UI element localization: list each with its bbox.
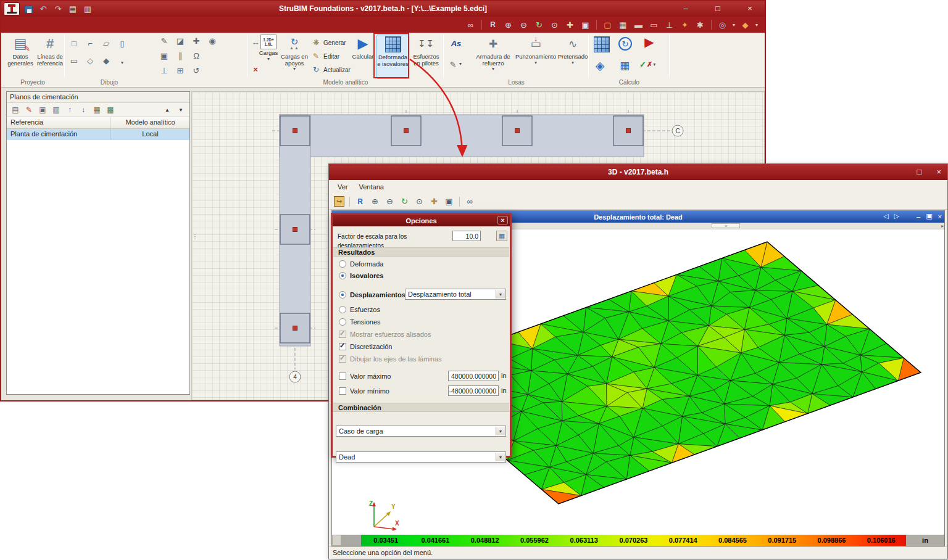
full-view-icon[interactable]: ▣ <box>578 19 592 31</box>
prev-combination-icon[interactable]: ◁ <box>883 212 888 220</box>
dropdown-icon[interactable]: ▾ <box>267 57 270 62</box>
checkbox-icon[interactable] <box>339 387 346 395</box>
move-icon[interactable]: ✚ <box>189 34 204 47</box>
scale-table-icon[interactable]: ▦ <box>496 231 507 241</box>
checkbox-icon[interactable] <box>339 373 346 380</box>
layers-dropdown-icon[interactable]: ▾ <box>754 19 760 31</box>
turn-icon[interactable]: ↺ <box>189 64 204 77</box>
collapse-up-icon[interactable]: ▲ <box>161 104 173 116</box>
scale-icon[interactable]: Ω <box>189 49 204 62</box>
close-button[interactable]: × <box>936 167 941 176</box>
draw-poly-icon[interactable]: ◇ <box>83 54 98 67</box>
zoom-window-icon[interactable]: ⊕ <box>501 19 515 31</box>
minimize-button[interactable]: – <box>680 4 692 13</box>
save-icon[interactable] <box>22 3 35 15</box>
find-icon[interactable]: ∞ <box>463 195 477 208</box>
draw-rect-icon[interactable]: ▭ <box>67 54 81 67</box>
move-up-icon[interactable]: ↑ <box>64 104 76 116</box>
main-titlebar[interactable]: ↶ ↷ ▤ ▥ <box>1 1 765 17</box>
ribbon-cargas-en-apoyos[interactable]: ↻ ▲▲ Cargas en apoyos ▾ <box>280 35 309 79</box>
full-view-icon[interactable]: ▣ <box>442 195 456 208</box>
zoom-icon[interactable]: ⊙ <box>412 195 426 208</box>
redo-icon[interactable]: ↷ <box>52 3 64 15</box>
3d-titlebar[interactable]: 3D - v2017.beta.h <box>329 164 947 180</box>
table-row[interactable]: Planta de cimentación Local <box>7 129 189 140</box>
zoom-icon[interactable]: ⊙ <box>547 19 562 31</box>
ribbon-datos-generales[interactable]: ▤ ✎ Datos generales <box>6 35 35 79</box>
dialog-close-button[interactable]: × <box>497 216 508 224</box>
check-alisados[interactable]: ✓ Mostrar esfuerzos alisados <box>339 330 431 339</box>
mdi-minimize-button[interactable]: – <box>917 213 920 220</box>
views-dropdown-icon[interactable]: ▾ <box>731 19 737 31</box>
desplazamiento-select[interactable]: Desplazamiento total ▾ <box>405 289 506 300</box>
radio-icon[interactable] <box>339 272 346 279</box>
print-plane-icon[interactable]: ▥ <box>50 104 62 116</box>
dropdown-icon[interactable]: ▾ <box>492 67 494 72</box>
new-plane-icon[interactable]: ▤ <box>9 104 22 116</box>
draw-dropdown-icon[interactable]: ▾ <box>115 56 130 70</box>
trim-icon[interactable]: ⊞ <box>173 64 188 77</box>
check-results-button[interactable]: ✓ ✗ ▾ <box>639 60 655 69</box>
redraw-icon[interactable]: R <box>486 19 500 31</box>
check-valor-minimo[interactable]: Valor mínimo <box>339 387 389 395</box>
ribbon-calcular[interactable]: ▶ Calcular <box>350 35 376 79</box>
ribbon-esfuerzos-pilotes[interactable]: ↧↧ Esfuerzos en pilotes <box>410 35 442 79</box>
orbit-icon[interactable]: ↻ <box>532 19 546 31</box>
radio-isovalores[interactable]: Isovalores <box>339 271 383 280</box>
draw-solid-icon[interactable]: ◆ <box>99 54 114 67</box>
eraser-icon[interactable]: ◪ <box>173 34 188 47</box>
ribbon-generar[interactable]: ❋ Generar <box>311 36 346 49</box>
copy-icon[interactable]: ▣ <box>157 49 172 62</box>
print-icon[interactable]: ▤ <box>67 3 79 15</box>
scroll-right-icon[interactable]: ▸ <box>941 223 944 229</box>
rotate-icon[interactable]: ◉ <box>205 34 220 47</box>
check-ejes-laminas[interactable]: ✓ Dibujar los ejes de las láminas <box>339 355 442 363</box>
collapse-down-icon[interactable]: ▼ <box>175 104 187 116</box>
mdi-close-button[interactable]: × <box>938 213 942 220</box>
dropdown-icon[interactable]: ▾ <box>572 60 574 65</box>
scale-input[interactable]: 10.0 <box>452 231 481 241</box>
ribbon-pretensado[interactable]: ∿ Pretensado ▾ <box>558 35 588 79</box>
ribbon-cargas[interactable]: 1.2D+ 1.6L Cargas ▾ <box>257 35 280 79</box>
find-icon[interactable]: ∞ <box>464 19 478 31</box>
grid-icon[interactable]: ▦ <box>616 19 630 31</box>
edit-plane-icon[interactable]: ✎ <box>23 104 35 116</box>
menu-ver[interactable]: Ver <box>333 181 353 192</box>
draw-column-icon[interactable]: ▯ <box>115 36 130 50</box>
close-button[interactable]: × <box>744 4 756 13</box>
as-icon[interactable]: As <box>447 36 465 50</box>
array-icon[interactable]: ∥ <box>173 49 188 62</box>
flag-icon[interactable]: ✦ <box>678 19 692 31</box>
ruler-icon[interactable]: ▭ <box>647 19 661 31</box>
valor-maximo-input[interactable]: 480000.000000 <box>448 371 499 381</box>
ribbon-armadura-refuerzo[interactable]: ✚ Armadura de refuerzo ▾ <box>474 35 512 79</box>
radio-esfuerzos[interactable]: Esfuerzos <box>339 305 380 314</box>
radio-desplazamientos[interactable]: Desplazamientos <box>339 290 405 299</box>
chevron-down-icon[interactable]: ▾ <box>496 427 505 435</box>
dropdown-icon[interactable]: ▾ <box>534 60 537 65</box>
ribbon-lineas-referencia[interactable]: # Líneas de referencia <box>36 35 64 79</box>
draw-corner-icon[interactable]: ⌐ <box>83 36 98 50</box>
chevron-down-icon[interactable]: ▾ <box>496 453 505 461</box>
losas-pencil-button[interactable]: ✎ ▾ <box>447 57 462 71</box>
checkbox-icon[interactable]: ✓ <box>339 343 346 350</box>
edit-pencil-icon[interactable]: ✎ <box>157 34 172 47</box>
draw-square-icon[interactable]: □ <box>67 36 81 50</box>
results-mesh-button[interactable] <box>594 36 610 52</box>
splitter-handle[interactable]: ⋮ <box>192 235 198 238</box>
caso-de-carga-select[interactable]: Caso de carga ▾ <box>336 426 506 437</box>
checkbox-icon[interactable]: ✓ <box>339 331 346 338</box>
results-table-icon[interactable]: ▦ <box>617 59 632 72</box>
next-combination-icon[interactable]: ▷ <box>894 212 899 220</box>
ribbon-actualizar[interactable]: ↻ Actualizar <box>311 63 351 76</box>
zoom-window-icon[interactable]: ⊕ <box>368 195 382 208</box>
redraw-icon[interactable]: R <box>353 195 367 208</box>
calculate-button[interactable]: ↻ <box>618 37 632 51</box>
layers-icon[interactable]: ◆ <box>738 19 752 31</box>
radio-icon[interactable] <box>339 260 346 268</box>
run-icon[interactable]: ▶ <box>642 35 657 49</box>
orbit-icon[interactable]: ↻ <box>397 195 412 208</box>
dialog-titlebar[interactable]: Opciones × <box>333 215 510 226</box>
menu-ventana[interactable]: Ventana <box>354 181 389 192</box>
radio-tensiones[interactable]: Tensiones <box>339 318 381 326</box>
